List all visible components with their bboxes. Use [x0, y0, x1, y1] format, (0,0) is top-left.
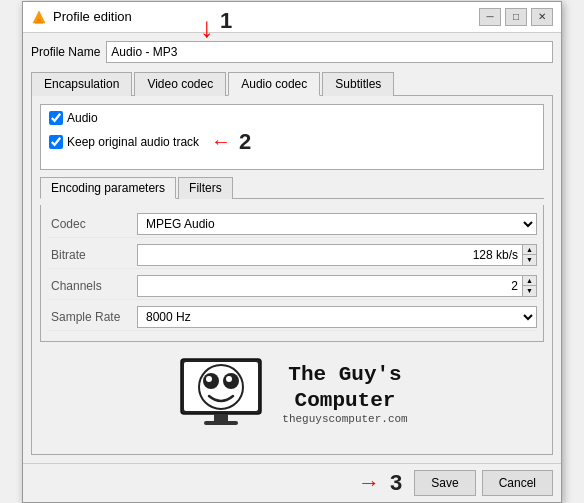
bitrate-control: 128 kb/s ▲ ▼ — [137, 244, 537, 266]
annotation-3: 3 — [390, 470, 402, 496]
watermark-text: The Guy's Computer theguyscomputer.com — [282, 362, 407, 424]
sample-rate-control: 8000 Hz — [137, 306, 537, 328]
keep-original-label[interactable]: Keep original audio track — [49, 135, 199, 149]
footer: → 3 Save Cancel — [23, 463, 561, 502]
maximize-button[interactable]: □ — [505, 8, 527, 26]
audio-group-title: Audio — [49, 111, 535, 125]
codec-select[interactable]: MPEG Audio — [137, 213, 537, 235]
subtabs: Encoding parameters Filters — [40, 176, 544, 199]
bitrate-down-btn[interactable]: ▼ — [523, 255, 536, 265]
audio-group-box: Audio Keep original audio track ← 2 — [40, 104, 544, 170]
profile-name-input[interactable] — [106, 41, 553, 63]
arrow-down-1: ↓ — [200, 12, 214, 44]
watermark-line1: The Guy's — [282, 362, 407, 387]
profile-name-label: Profile Name — [31, 45, 100, 59]
bitrate-up-btn[interactable]: ▲ — [523, 245, 536, 256]
watermark-area: The Guy's Computer theguyscomputer.com — [40, 342, 544, 446]
annotation-1: 1 — [220, 8, 232, 34]
save-button[interactable]: Save — [414, 470, 475, 496]
tab-subtitles[interactable]: Subtitles — [322, 72, 394, 96]
profile-name-row: Profile Name ↓ 1 — [31, 41, 553, 63]
subtab-encoding-params[interactable]: Encoding parameters — [40, 177, 176, 199]
tab-content: Audio Keep original audio track ← 2 Enco… — [31, 96, 553, 455]
codec-control: MPEG Audio — [137, 213, 537, 235]
channels-spinbox: 2 ▲ ▼ — [137, 275, 537, 297]
tab-encapsulation[interactable]: Encapsulation — [31, 72, 132, 96]
svg-point-8 — [206, 376, 212, 382]
codec-row: Codec MPEG Audio — [47, 211, 537, 238]
bitrate-label: Bitrate — [47, 248, 137, 262]
watermark-url: theguyscomputer.com — [282, 413, 407, 425]
watermark-line2: Computer — [282, 388, 407, 413]
channels-label: Channels — [47, 279, 137, 293]
content-area: Profile Name ↓ 1 Encapsulation Video cod… — [23, 33, 561, 463]
codec-label: Codec — [47, 217, 137, 231]
sample-rate-row: Sample Rate 8000 Hz — [47, 304, 537, 331]
channels-down-btn[interactable]: ▼ — [523, 286, 536, 296]
svg-rect-2 — [35, 22, 43, 24]
bitrate-row: Bitrate 128 kb/s ▲ ▼ — [47, 242, 537, 269]
params-area: Codec MPEG Audio Bitrate 128 kb/s — [40, 205, 544, 342]
channels-spinbox-btns: ▲ ▼ — [522, 276, 536, 296]
keep-original-row: Keep original audio track ← 2 — [49, 129, 535, 155]
annotation-2: 2 — [239, 129, 251, 155]
tab-audio-codec[interactable]: Audio codec — [228, 72, 320, 96]
window-controls: ─ □ ✕ — [479, 8, 553, 26]
channels-row: Channels 2 ▲ ▼ — [47, 273, 537, 300]
keep-original-checkbox[interactable] — [49, 135, 63, 149]
svg-point-5 — [199, 365, 243, 409]
minimize-button[interactable]: ─ — [479, 8, 501, 26]
channels-up-btn[interactable]: ▲ — [523, 276, 536, 287]
channels-value: 2 — [138, 276, 522, 296]
tabs: Encapsulation Video codec Audio codec Su… — [31, 71, 553, 96]
audio-checkbox[interactable] — [49, 111, 63, 125]
arrow-right-3: → — [358, 470, 380, 496]
bitrate-spinbox-btns: ▲ ▼ — [522, 245, 536, 265]
sample-rate-select[interactable]: 8000 Hz — [137, 306, 537, 328]
svg-rect-1 — [37, 19, 41, 22]
svg-rect-11 — [204, 421, 238, 425]
app-icon — [31, 9, 47, 25]
svg-rect-10 — [214, 414, 228, 422]
close-button[interactable]: ✕ — [531, 8, 553, 26]
window-title: Profile edition — [53, 9, 479, 24]
tab-video-codec[interactable]: Video codec — [134, 72, 226, 96]
bitrate-spinbox: 128 kb/s ▲ ▼ — [137, 244, 537, 266]
audio-label: Audio — [67, 111, 98, 125]
main-window: Profile edition ─ □ ✕ Profile Name ↓ 1 E… — [22, 1, 562, 503]
monitor-icon — [176, 354, 266, 434]
svg-point-9 — [226, 376, 232, 382]
arrow-left-2: ← — [211, 130, 231, 153]
bitrate-value: 128 kb/s — [138, 245, 522, 265]
channels-control: 2 ▲ ▼ — [137, 275, 537, 297]
keep-original-text: Keep original audio track — [67, 135, 199, 149]
audio-checkbox-label[interactable]: Audio — [49, 111, 98, 125]
cancel-button[interactable]: Cancel — [482, 470, 553, 496]
title-bar: Profile edition ─ □ ✕ — [23, 2, 561, 33]
subtab-filters[interactable]: Filters — [178, 177, 233, 199]
sample-rate-label: Sample Rate — [47, 310, 137, 324]
